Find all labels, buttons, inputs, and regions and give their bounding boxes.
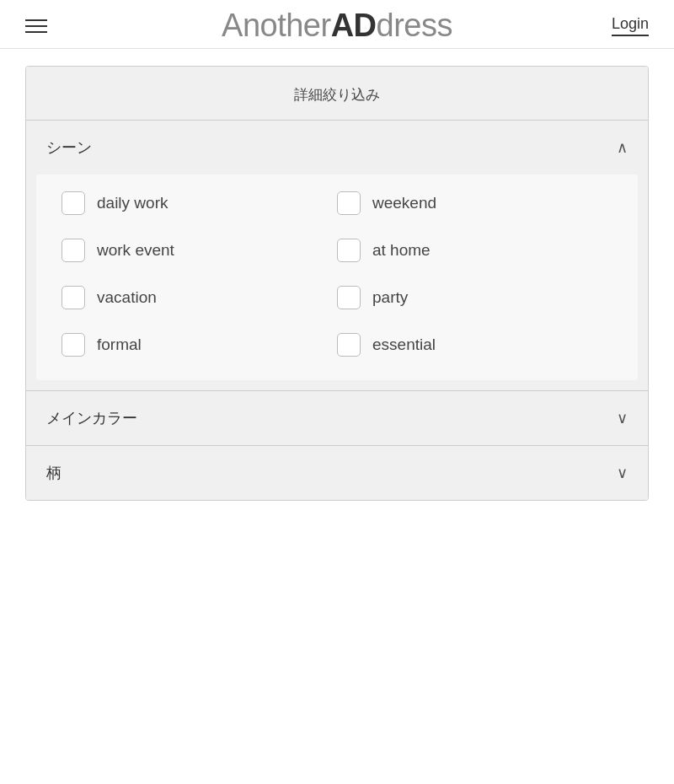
checkbox-row-4: formal essential bbox=[62, 333, 612, 357]
checkbox-col-essential: essential bbox=[337, 333, 612, 357]
pattern-section-header[interactable]: 柄 ∨ bbox=[26, 446, 648, 500]
checkbox-row-2: work event at home bbox=[62, 239, 612, 262]
scene-chevron-icon: ∧ bbox=[617, 138, 628, 157]
label-work-event: work event bbox=[97, 241, 174, 260]
header: AnotherADdress Login bbox=[0, 0, 674, 49]
checkbox-col-formal: formal bbox=[62, 333, 337, 357]
checkbox-col-daily-work: daily work bbox=[62, 191, 337, 215]
checkbox-at-home[interactable] bbox=[337, 239, 361, 262]
logo-light-text: Another bbox=[222, 8, 331, 43]
label-at-home: at home bbox=[372, 241, 431, 260]
main-color-section: メインカラー ∨ bbox=[26, 390, 648, 445]
checkbox-vacation[interactable] bbox=[62, 286, 85, 309]
checkbox-col-work-event: work event bbox=[62, 239, 337, 262]
label-essential: essential bbox=[372, 336, 436, 354]
filter-panel: 詳細絞り込み シーン ∧ daily work weekend bbox=[25, 66, 649, 501]
pattern-section: 柄 ∨ bbox=[26, 445, 648, 500]
checkbox-weekend[interactable] bbox=[337, 191, 361, 215]
scene-checkbox-grid: daily work weekend work event a bbox=[36, 175, 638, 380]
login-button[interactable]: Login bbox=[612, 15, 649, 36]
pattern-chevron-icon: ∨ bbox=[617, 464, 628, 482]
checkbox-col-weekend: weekend bbox=[337, 191, 612, 215]
checkbox-row-1: daily work weekend bbox=[62, 191, 612, 215]
checkbox-essential[interactable] bbox=[337, 333, 361, 357]
checkbox-work-event[interactable] bbox=[62, 239, 85, 262]
logo-rest-text: dress bbox=[377, 8, 452, 43]
main-color-section-label: メインカラー bbox=[46, 408, 137, 428]
label-vacation: vacation bbox=[97, 288, 157, 307]
scene-section-header[interactable]: シーン ∧ bbox=[26, 121, 648, 175]
checkbox-formal[interactable] bbox=[62, 333, 85, 357]
main-color-section-header[interactable]: メインカラー ∨ bbox=[26, 391, 648, 445]
pattern-section-label: 柄 bbox=[46, 463, 62, 483]
scene-section: シーン ∧ daily work weekend bbox=[26, 120, 648, 380]
label-party: party bbox=[372, 288, 408, 307]
label-formal: formal bbox=[97, 336, 142, 354]
site-logo: AnotherADdress bbox=[222, 8, 452, 44]
checkbox-daily-work[interactable] bbox=[62, 191, 85, 215]
logo-bold-text: AD bbox=[331, 8, 377, 43]
scene-section-label: シーン bbox=[46, 137, 92, 158]
checkbox-row-3: vacation party bbox=[62, 286, 612, 309]
menu-icon[interactable] bbox=[25, 19, 47, 33]
checkbox-col-at-home: at home bbox=[337, 239, 612, 262]
checkbox-party[interactable] bbox=[337, 286, 361, 309]
checkbox-col-vacation: vacation bbox=[62, 286, 337, 309]
label-weekend: weekend bbox=[372, 194, 436, 212]
checkbox-col-party: party bbox=[337, 286, 612, 309]
filter-title: 詳細絞り込み bbox=[26, 67, 648, 120]
main-content: 詳細絞り込み シーン ∧ daily work weekend bbox=[0, 49, 674, 518]
label-daily-work: daily work bbox=[97, 194, 168, 212]
main-color-chevron-icon: ∨ bbox=[617, 409, 628, 427]
